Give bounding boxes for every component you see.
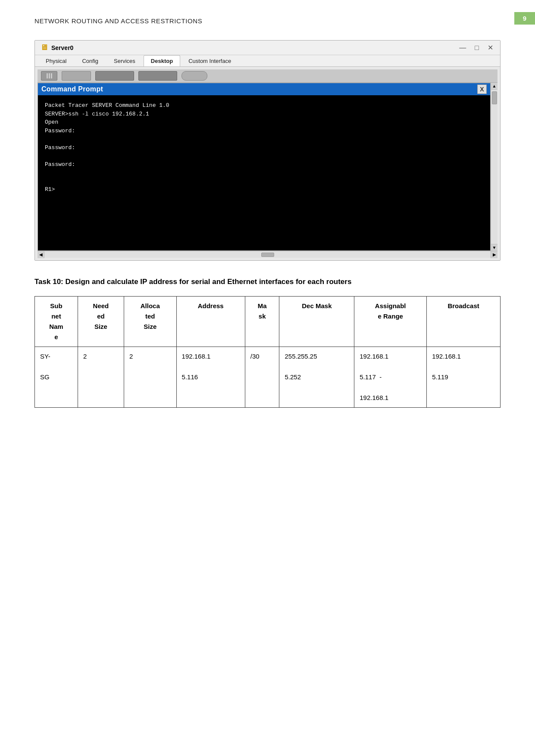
window-controls[interactable]: — □ ✕	[457, 44, 495, 51]
page-number: 9	[523, 15, 526, 22]
cmd-close-button[interactable]: X	[477, 84, 487, 94]
device-port-1	[95, 71, 134, 81]
cmd-title-text: Command Prompt	[41, 85, 103, 93]
horizontal-scrollbar[interactable]: ◀ ▶	[38, 251, 497, 258]
cmd-titlebar: Command Prompt X	[38, 83, 490, 95]
cmd-line-3: Open	[45, 119, 58, 125]
tab-desktop[interactable]: Desktop	[144, 55, 180, 66]
table-header-row: SubnetName NeededSize AllocatedSize Addr…	[35, 296, 501, 347]
cmd-line-1: Packet Tracer SERVER Command Line 1.0	[45, 102, 169, 109]
cmd-content[interactable]: Packet Tracer SERVER Command Line 1.0 SE…	[38, 95, 490, 250]
tab-physical[interactable]: Physical	[38, 55, 74, 66]
window-scroll-area: Command Prompt X Packet Tracer SERVER Co…	[38, 83, 497, 251]
maximize-button[interactable]: □	[473, 44, 481, 51]
chip-bar-2	[49, 73, 50, 78]
cmd-line-4: Password:	[45, 128, 75, 134]
cell-needed-size: 2	[78, 347, 124, 407]
cmd-line-2: SERVER>ssh -l cisco 192.168.2.1	[45, 111, 149, 117]
header-title: NETWORK ROUTING AND ACCESS RESTRICTIONS	[34, 17, 202, 25]
ip-address-table: SubnetName NeededSize AllocatedSize Addr…	[34, 296, 501, 408]
window-main-content: Command Prompt X Packet Tracer SERVER Co…	[38, 83, 491, 251]
device-chip-1	[41, 71, 57, 81]
close-button[interactable]: ✕	[486, 44, 495, 51]
cell-dec-mask: 255.255.255.252	[279, 347, 354, 407]
scrollbar-down-button[interactable]: ▼	[491, 244, 497, 251]
cell-mask: /30	[245, 347, 279, 407]
task-heading-text: Task 10: Design and calculate IP address…	[34, 278, 351, 286]
chip-bar-3	[51, 73, 52, 78]
device-port-2	[138, 71, 177, 81]
cmd-line-7: R1>	[45, 186, 55, 193]
window-body: Command Prompt X Packet Tracer SERVER Co…	[35, 67, 500, 260]
cell-broadcast: 192.168.15.119	[427, 347, 501, 407]
page-header: NETWORK ROUTING AND ACCESS RESTRICTIONS	[34, 17, 501, 25]
window-tabs: Physical Config Services Desktop Custom …	[35, 55, 500, 67]
cell-address: 192.168.15.116	[176, 347, 245, 407]
col-dec-mask: Dec Mask	[279, 296, 354, 347]
tab-config[interactable]: Config	[75, 55, 106, 66]
col-mask: Mask	[245, 296, 279, 347]
hscroll-thumb[interactable]	[261, 253, 274, 257]
device-module-1	[62, 71, 91, 81]
page-number-badge: 9	[514, 12, 535, 25]
cmd-line-5: Password:	[45, 144, 75, 151]
col-assignable-range: Assignable Range	[354, 296, 427, 347]
window-title-text: Server0	[51, 44, 73, 51]
device-cable-1	[181, 71, 207, 81]
col-subnet-name: SubnetName	[35, 296, 78, 347]
window-title-left: 🖥 Server0	[40, 43, 73, 52]
chip-bar-1	[47, 73, 48, 78]
hscroll-track	[44, 251, 491, 258]
task-heading: Task 10: Design and calculate IP address…	[34, 276, 501, 287]
cmd-line-6: Password:	[45, 161, 75, 168]
tab-services[interactable]: Services	[106, 55, 143, 66]
vertical-scrollbar[interactable]: ▲ ▼	[491, 83, 497, 251]
col-broadcast: Broadcast	[427, 296, 501, 347]
cell-assignable-range: 192.168.15.117 -192.168.1	[354, 347, 427, 407]
tab-custom-interface[interactable]: Custom Interface	[181, 55, 238, 66]
server-icon: 🖥	[40, 43, 48, 52]
hscroll-left-button[interactable]: ◀	[38, 251, 44, 258]
page: 9 NETWORK ROUTING AND ACCESS RESTRICTION…	[0, 0, 535, 756]
window-titlebar: 🖥 Server0 — □ ✕	[35, 41, 500, 55]
scrollbar-thumb[interactable]	[492, 91, 497, 104]
minimize-button[interactable]: —	[457, 44, 468, 51]
col-needed-size: NeededSize	[78, 296, 124, 347]
device-toolbar	[38, 69, 497, 83]
server-window: 🖥 Server0 — □ ✕ Physical Config Services…	[34, 40, 501, 261]
hscroll-right-button[interactable]: ▶	[491, 251, 497, 258]
col-allocated-size: AllocatedSize	[124, 296, 176, 347]
cmd-window: Command Prompt X Packet Tracer SERVER Co…	[38, 83, 491, 251]
cell-allocated-size: 2	[124, 347, 176, 407]
table-row: SY-SG 2 2 192.168.15.116 /30 255.255.255…	[35, 347, 501, 407]
scrollbar-up-button[interactable]: ▲	[491, 83, 497, 90]
col-address: Address	[176, 296, 245, 347]
cell-subnet-name: SY-SG	[35, 347, 78, 407]
